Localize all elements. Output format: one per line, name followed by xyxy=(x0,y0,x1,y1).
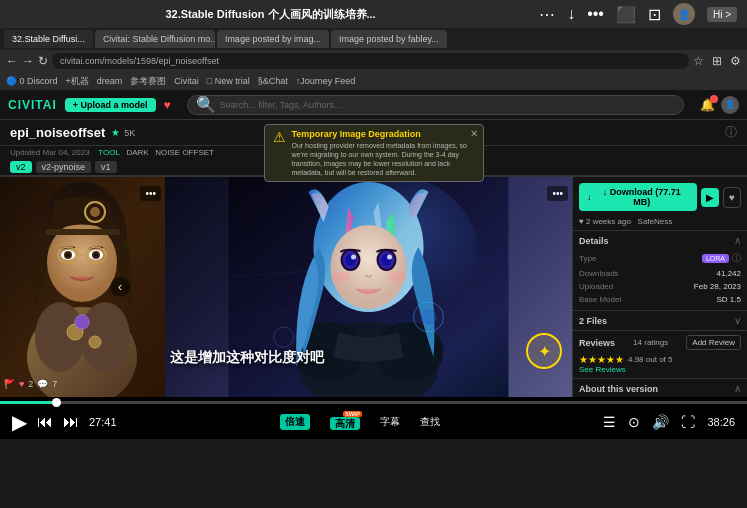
browser-title-bar: 32.Stable Diffusion 个人画风的训练培养... ⋯ ↓ •••… xyxy=(0,0,747,28)
search-in-video-button[interactable]: 查找 xyxy=(420,415,440,429)
save-button[interactable]: ♥ xyxy=(723,187,741,208)
search-placeholder: Search... filter, Tags, Authors... xyxy=(220,100,342,110)
subtitle-track-button[interactable]: ⊙ xyxy=(628,414,640,430)
tool-tag[interactable]: TOOL xyxy=(98,148,119,157)
bookmark-4[interactable]: Civitai xyxy=(174,76,199,86)
download-icon[interactable]: ↓ xyxy=(567,5,575,23)
favorites-icon[interactable]: ♥ xyxy=(164,98,171,112)
prev-chapter-button[interactable]: ⏮ xyxy=(37,413,53,431)
player-controls: ▶ ⏮ ⏭ 27:41 倍速 高清 5WIP 字幕 查找 ☰ ⊙ 🔊 ⛶ 38:… xyxy=(0,405,747,439)
details-header: Details ∧ xyxy=(579,235,741,246)
model-name: epi_noiseoffset xyxy=(10,125,105,140)
version-v1-tab[interactable]: v1 xyxy=(95,161,117,173)
civitai-right-icons: 🔔 👤 xyxy=(700,96,739,114)
alert-close-button[interactable]: ✕ xyxy=(470,128,478,139)
bookmark-0[interactable]: 🔵 0 Discord xyxy=(6,76,58,86)
player-left-controls: ▶ ⏮ ⏭ 27:41 xyxy=(12,410,117,434)
details-section: Details ∧ Type LORA ⓘ Downloads 41,242 U… xyxy=(573,230,747,310)
upload-model-button[interactable]: + Upload a model xyxy=(65,98,156,112)
see-reviews-link[interactable]: See Reviews xyxy=(579,365,741,374)
about-section: About this version ∧ 👤 epi_noiseoffset F… xyxy=(573,378,747,397)
bookmark-icon[interactable]: ⊞ xyxy=(712,54,722,68)
browser-right-icons: ☆ ⊞ ⚙ xyxy=(693,54,741,68)
like-count: 2 xyxy=(28,379,33,389)
user-avatar[interactable]: 👤 xyxy=(673,3,695,25)
downloads-value: 41,242 xyxy=(717,269,741,278)
model-header-area: ⚠ Temporary Image Degradation Our hostin… xyxy=(0,120,747,177)
extension-icon[interactable]: ☆ xyxy=(693,54,704,68)
address-bar-row: ← → ↻ civitai.com/models/1598/epi_noiseo… xyxy=(0,50,747,72)
svg-point-36 xyxy=(387,255,392,260)
more-icon[interactable]: ••• xyxy=(587,5,604,23)
download-area: ↓ ↓ Download (77.71 MB) ▶ ♥ xyxy=(573,177,747,217)
magic-icon: ✦ xyxy=(538,342,551,361)
fullscreen-button[interactable]: ⛶ xyxy=(681,414,695,430)
hi-button[interactable]: Hi > xyxy=(707,7,737,22)
bookmark-6[interactable]: §&Chat xyxy=(258,76,288,86)
next-chapter-button[interactable]: ⏭ xyxy=(63,413,79,431)
pip-icon[interactable]: ⊡ xyxy=(648,5,661,24)
civitai-logo[interactable]: CIVITAI xyxy=(8,98,57,112)
tab-3[interactable]: Image posted by fabley... xyxy=(331,30,447,48)
player-right-controls: ☰ ⊙ 🔊 ⛶ 38:26 xyxy=(603,414,735,430)
download-icon-btn: ↓ xyxy=(587,192,592,202)
play-pause-button[interactable]: ▶ xyxy=(12,410,27,434)
svg-rect-14 xyxy=(45,229,120,235)
bookmark-2[interactable]: dream xyxy=(97,76,123,86)
subtitle-button[interactable]: 字幕 xyxy=(380,415,400,429)
volume-button[interactable]: 🔊 xyxy=(652,414,669,430)
tab-1[interactable]: Civitai: Stable Diffusion mo... xyxy=(95,30,215,48)
version-v2-tab[interactable]: v2 xyxy=(10,161,32,173)
bookmark-5[interactable]: □ New trial xyxy=(207,76,250,86)
forward-icon[interactable]: → xyxy=(22,54,34,68)
type-info-icon[interactable]: ⓘ xyxy=(732,252,741,265)
svg-point-13 xyxy=(94,253,98,257)
details-expand-icon[interactable]: ∧ xyxy=(734,235,741,246)
files-section: 2 Files ∨ xyxy=(573,310,747,330)
about-expand-icon[interactable]: ∧ xyxy=(734,383,741,394)
tab-2[interactable]: Image posted by imag... xyxy=(217,30,329,48)
refresh-icon[interactable]: ↻ xyxy=(38,54,48,68)
icon-heart[interactable]: ♥ xyxy=(19,379,24,389)
prev-image-button[interactable]: ‹ xyxy=(110,277,130,297)
icon-comment[interactable]: 💬 xyxy=(37,379,48,389)
quality-button[interactable]: 高清 5WIP xyxy=(330,417,360,430)
settings-icon[interactable]: ⚙ xyxy=(730,54,741,68)
info-button[interactable]: ⓘ xyxy=(725,124,737,141)
play-button[interactable]: ▶ xyxy=(701,188,719,207)
user-menu[interactable]: 👤 xyxy=(721,96,739,114)
image-right-menu[interactable]: ••• xyxy=(547,186,568,201)
notification-bell[interactable]: 🔔 xyxy=(700,98,715,112)
version-pynoise-tab[interactable]: v2-pynoise xyxy=(36,161,92,173)
dark-tag[interactable]: DARK xyxy=(126,148,148,157)
lora-badge: LORA xyxy=(702,254,729,263)
civitai-nav-bar: CIVITAI + Upload a model ♥ 🔍 Search... f… xyxy=(0,90,747,120)
image-left-menu[interactable]: ••• xyxy=(140,186,161,201)
reviews-header: Reviews 14 ratings Add Review xyxy=(579,335,741,350)
progress-bar[interactable] xyxy=(0,401,747,404)
reviews-section: Reviews 14 ratings Add Review ★★★★★ 4.98… xyxy=(573,330,747,378)
content-area: ••• 🚩 ♥ 2 💬 7 xyxy=(0,177,747,397)
share-icon[interactable]: ⋯ xyxy=(539,5,555,24)
alert-body: Our hosting provider removed metadata fr… xyxy=(292,141,475,177)
download-button[interactable]: ↓ ↓ Download (77.71 MB) xyxy=(579,183,697,211)
playlist-button[interactable]: ☰ xyxy=(603,414,616,430)
noise-offset-tag[interactable]: NOISE OFFSET xyxy=(155,148,214,157)
civitai-search-bar[interactable]: 🔍 Search... filter, Tags, Authors... xyxy=(187,95,684,115)
uploaded-label: Uploaded xyxy=(579,282,613,291)
bookmark-1[interactable]: +机器 xyxy=(66,75,89,88)
address-bar[interactable]: civitai.com/models/1598/epi_noiseoffset xyxy=(52,53,689,69)
speed-button[interactable]: 倍速 xyxy=(280,414,310,430)
cast-icon[interactable]: ⬛ xyxy=(616,5,636,24)
tab-active[interactable]: 32.Stable Diffusi... xyxy=(4,30,93,48)
add-review-button[interactable]: Add Review xyxy=(686,335,741,350)
image-overlay-text: 这是增加这种对比度对吧 xyxy=(170,349,324,367)
bookmark-7[interactable]: ↑Journey Feed xyxy=(296,76,356,86)
bookmark-3[interactable]: 参考赛图 xyxy=(130,75,166,88)
icon-flag[interactable]: 🚩 xyxy=(4,379,15,389)
back-icon[interactable]: ← xyxy=(6,54,18,68)
magic-circle-overlay: ✦ xyxy=(526,333,562,369)
files-expand-icon[interactable]: ∨ xyxy=(734,315,741,326)
type-value: LORA ⓘ xyxy=(702,252,741,265)
quality-wrapper: 高清 5WIP xyxy=(330,413,360,431)
